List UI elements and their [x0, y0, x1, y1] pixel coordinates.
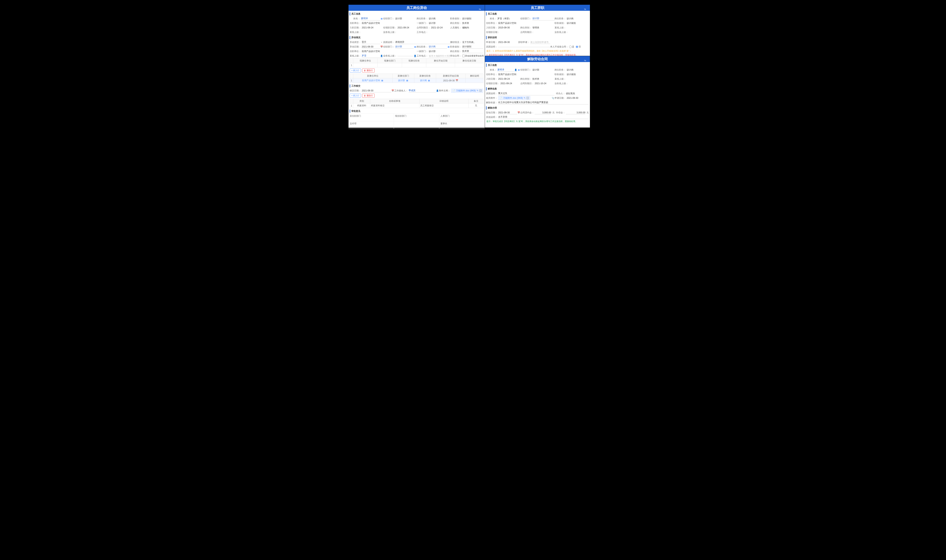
th3-name: 名称或事项: [370, 99, 420, 103]
value-dept: 设计部: [395, 17, 417, 20]
approval-cell-3[interactable]: 人事部门: [439, 114, 485, 121]
person-icon[interactable]: ▦: [380, 17, 383, 20]
label-hire: 入职日期：: [350, 26, 362, 29]
remove-icon[interactable]: ×: [526, 97, 529, 99]
b-input-dept[interactable]: 设计部: [532, 17, 555, 20]
th-post: 现兼任职务: [402, 58, 426, 63]
person-icon[interactable]: 👤: [514, 68, 517, 71]
remove-icon[interactable]: ×: [479, 89, 482, 92]
input-hand-date[interactable]: 2021-09-30: [362, 89, 391, 92]
c-input-notice[interactable]: 2021-09-30: [498, 111, 517, 114]
edit-icon[interactable]: ✎: [477, 89, 478, 92]
input-chg-reason[interactable]: 表现优异: [395, 40, 450, 44]
calendar-icon[interactable]: 📅: [391, 89, 394, 92]
org-icon[interactable]: ▦: [447, 45, 450, 48]
person-icon[interactable]: 👤: [414, 54, 417, 57]
select-chg-type[interactable]: 晋升: [362, 40, 380, 44]
approval-cell-5[interactable]: [394, 121, 439, 129]
b-input-apply[interactable]: [530, 41, 551, 44]
value-rank: 设计级别: [462, 17, 484, 20]
label-chg-loc: 工作地点：: [417, 54, 429, 57]
delete-row-button[interactable]: 🗑 删除行: [362, 68, 374, 72]
delete-row-button-2[interactable]: 🗑 删除行: [362, 94, 374, 98]
panel-position-change: 员工岗位异动 № 员工信息 姓名：夏明泽▦ 任职部门：设计部 岗位职务：设计岗 …: [349, 5, 485, 128]
b-input-reason[interactable]: [498, 46, 550, 47]
dropdown-icon[interactable]: ▾: [380, 41, 383, 44]
person-icon[interactable]: 👤: [380, 54, 383, 57]
c-label-att: 相关附件：: [486, 97, 498, 100]
label-chg-cat: 岗位类别：: [450, 50, 462, 53]
card-icon[interactable]: ▦: [517, 68, 520, 71]
input-chg-cat[interactable]: 技术类: [462, 49, 484, 53]
c-input-comp[interactable]: 3,000.00: [566, 111, 585, 114]
attachment-chip-c[interactable]: 📄万能附件.doc (9KB)✎×: [498, 96, 530, 100]
c-label-other: 其他说明：: [486, 115, 498, 119]
emp-c-grid: 姓名：夏明泽👤▦ 任职部门：设计部 岗位职务：设计岗 任职单位：应用产品设计空间…: [485, 68, 590, 86]
section-approval: 审批意见: [350, 109, 484, 113]
input-chg-rank[interactable]: 设计级别: [462, 45, 484, 49]
input-chg-sup[interactable]: 罗雪: [362, 54, 380, 58]
cell-note[interactable]: 无: [468, 103, 484, 108]
cell-name[interactable]: 档案资料移交: [370, 103, 420, 108]
radio-no[interactable]: [576, 46, 578, 48]
add-row-button-2[interactable]: + 插入行: [350, 94, 361, 98]
label-chg-dept: 任职部门：: [383, 45, 395, 48]
input-chg-biz[interactable]: [397, 55, 414, 56]
c-input-basis[interactable]: 在工作过程中出现重大失误导致公司利益严重受损: [498, 101, 589, 105]
c-label-handler: 经办人：: [555, 92, 566, 95]
org-icon[interactable]: ▦: [428, 79, 431, 82]
section-handover: 工作移交: [350, 85, 484, 88]
cell-start[interactable]: 2021-09-30: [443, 79, 455, 82]
approval-cell-6[interactable]: 董事长: [439, 121, 485, 129]
org-icon[interactable]: ▦: [381, 79, 384, 82]
input-name[interactable]: 夏明泽: [361, 17, 380, 20]
c-label-name: 姓名：: [486, 68, 497, 72]
input-chg-post[interactable]: 设计岗: [429, 45, 447, 49]
org-icon[interactable]: ▦: [406, 79, 409, 82]
table-row[interactable]: 1档案资料档案资料移交员工档案移交无: [350, 103, 484, 108]
th-unit: 现兼任单位: [353, 58, 378, 63]
calendar-icon[interactable]: 📅: [380, 45, 383, 48]
table-row[interactable]: 1: [350, 63, 484, 67]
edit-icon[interactable]: ✎: [524, 97, 526, 99]
label-labor: 劳动合同：: [450, 54, 462, 57]
input-chg-loc[interactable]: [429, 54, 450, 57]
label-cat: 岗位类别：: [450, 22, 462, 25]
table-row[interactable]: 1应用产品设计空间 ▦设计部 ▦设计岗 ▦2021-09-30 📅: [350, 78, 484, 83]
c-input-name[interactable]: 夏明泽: [497, 68, 514, 72]
emp-info-grid: 姓名：夏明泽▦ 任职部门：设计部 岗位职务：设计岗 职务级别：设计级别 任职单位…: [349, 16, 485, 34]
approval-cell-2[interactable]: 现任职部门: [394, 114, 439, 121]
calendar-icon[interactable]: 📅: [517, 111, 520, 114]
label-chg-type: 异动类型：: [350, 41, 362, 44]
calendar-icon[interactable]: 📅: [455, 79, 458, 82]
cell-unit[interactable]: 应用产品设计空间: [362, 79, 380, 82]
value-lvl1: 设计部: [429, 22, 450, 25]
c-input-other[interactable]: 永不录用: [498, 115, 589, 119]
trash-icon: 🗑: [364, 69, 366, 72]
label-name: 姓名：: [350, 17, 361, 20]
input-chg-dept[interactable]: 设计部: [395, 45, 414, 49]
c-input-penalty[interactable]: 3,000.00: [535, 111, 551, 114]
approval-cell-4[interactable]: 总经理: [349, 121, 394, 129]
approval-cell-1[interactable]: 原任职部门: [349, 114, 394, 121]
input-chg-date[interactable]: 2021-09-30: [362, 45, 380, 48]
input-hand-recv[interactable]: 季成昊: [409, 89, 436, 92]
c-value-rank: 设计级别: [567, 73, 589, 76]
attachment-chip[interactable]: 📄万能附件.doc (9KB)✎×: [451, 89, 483, 93]
cell-post[interactable]: 设计岗: [420, 79, 427, 82]
cell-cat[interactable]: 档案资料: [353, 103, 370, 108]
checkbox-labor[interactable]: [462, 55, 465, 57]
org-icon[interactable]: ▦: [414, 45, 417, 48]
attach-icon[interactable]: 📎: [552, 97, 555, 100]
cell-dept[interactable]: 设计部: [398, 79, 405, 82]
c-label-penalty: 合同违约金：: [520, 111, 535, 114]
label-lvl1: 一级部门：: [417, 22, 429, 25]
b-label-rank: 职务级别：: [555, 22, 567, 25]
cell-detail[interactable]: 员工档案移交: [419, 103, 468, 108]
person-icon[interactable]: 👤: [436, 89, 439, 92]
label-hand-date: 移交日期：: [350, 89, 362, 92]
c-input-reason[interactable]: 重大过失: [498, 92, 555, 95]
value-unit: 应用产品设计空间: [362, 22, 383, 25]
radio-yes[interactable]: [569, 46, 572, 48]
add-row-button[interactable]: + 插入行: [350, 68, 361, 72]
